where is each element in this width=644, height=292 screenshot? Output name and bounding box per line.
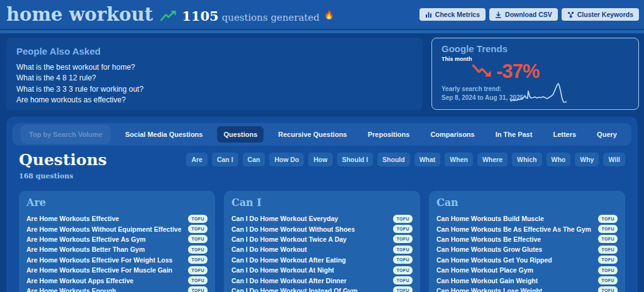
question-text: Can Home Workouts Lose Weight bbox=[436, 287, 542, 292]
list-item[interactable]: Can Home Workout Place GymTOFU bbox=[436, 265, 618, 275]
funnel-stage-badge: TOFU bbox=[393, 235, 413, 243]
download-icon bbox=[495, 11, 502, 18]
tab-questions[interactable]: Questions bbox=[217, 126, 264, 143]
funnel-stage-badge: TOFU bbox=[393, 215, 413, 223]
funnel-stage-badge: TOFU bbox=[598, 286, 618, 292]
list-item[interactable]: Can I Do Home Workout Twice A DayTOFU bbox=[231, 234, 413, 244]
list-item[interactable]: Are Home Workouts Without Equipment Effe… bbox=[26, 224, 208, 234]
question-text: Can I Do Home Workout At Night bbox=[231, 266, 334, 274]
filter-chip-can[interactable]: Can bbox=[243, 153, 265, 166]
list-item[interactable]: Are Home Workouts Effective For Weight L… bbox=[26, 255, 208, 265]
funnel-stage-badge: TOFU bbox=[188, 225, 208, 233]
question-text: Are Home Workouts Enough bbox=[26, 287, 116, 292]
check-metrics-button[interactable]: Check Metrics bbox=[419, 8, 486, 21]
list-item[interactable]: Can Home Workouts Get You RippedTOFU bbox=[436, 255, 618, 265]
filter-chip-should-i[interactable]: Should I bbox=[337, 153, 373, 166]
list-item[interactable]: Can I Do Home Workout After EatingTOFU bbox=[231, 255, 413, 265]
funnel-stage-badge: TOFU bbox=[393, 266, 413, 274]
list-item[interactable]: Can Home Workouts Build MuscleTOFU bbox=[436, 214, 618, 224]
funnel-stage-badge: TOFU bbox=[188, 215, 208, 223]
results-container: Top by Search VolumeSocial Media Questio… bbox=[6, 117, 638, 292]
list-item[interactable]: Can I Do Home Workout At NightTOFU bbox=[231, 265, 413, 275]
filter-chip-who[interactable]: Who bbox=[547, 153, 571, 166]
question-text: Can Home Workout Gain Weight bbox=[436, 277, 538, 284]
tab-comparisons[interactable]: Comparisons bbox=[424, 126, 480, 143]
question-text: Can Home Workouts Be Effective bbox=[436, 235, 541, 243]
tab-recursive-questions[interactable]: Recursive Questions bbox=[272, 126, 353, 143]
cluster-keywords-button[interactable]: Cluster Keywords bbox=[562, 8, 639, 21]
trend-change-value: -37% bbox=[496, 60, 539, 83]
tab-letters[interactable]: Letters bbox=[547, 126, 582, 143]
tab-in-the-past[interactable]: In The Past bbox=[489, 126, 539, 143]
filter-chip-which[interactable]: Which bbox=[512, 153, 542, 166]
filter-chip-what[interactable]: What bbox=[414, 153, 441, 166]
filter-chip-why[interactable]: Why bbox=[575, 153, 599, 166]
header: home workout 1105 questions generated 🔥 … bbox=[0, 0, 644, 30]
cluster-keywords-label: Cluster Keywords bbox=[577, 11, 633, 18]
list-item[interactable]: Can Home Workouts Be As Effective As The… bbox=[436, 224, 618, 234]
cluster-icon bbox=[567, 11, 574, 18]
question-text: Can Home Workouts Build Muscle bbox=[436, 215, 544, 222]
paa-question[interactable]: What is the best workout for home? bbox=[16, 62, 413, 73]
tab-query[interactable]: Query bbox=[591, 126, 623, 143]
list-item[interactable]: Can I Do Home Workout Instead Of GymTOFU bbox=[231, 286, 413, 292]
paa-question[interactable]: What is the 3 3 3 rule for working out? bbox=[16, 84, 413, 95]
trend-change: -37% bbox=[472, 60, 539, 83]
filter-chip-are[interactable]: Are bbox=[186, 153, 208, 166]
funnel-stage-badge: TOFU bbox=[188, 276, 208, 284]
check-metrics-label: Check Metrics bbox=[435, 11, 480, 18]
list-item[interactable]: Are Home Workouts Effective As GymTOFU bbox=[26, 234, 208, 244]
funnel-stage-badge: TOFU bbox=[598, 266, 618, 274]
list-item[interactable]: Can I Do Home WorkoutTOFU bbox=[231, 244, 413, 254]
question-column-can: CanCan Home Workouts Build MuscleTOFUCan… bbox=[429, 191, 625, 292]
list-item[interactable]: Are Home Workouts EnoughTOFU bbox=[26, 286, 208, 292]
brand: home workout 1105 questions generated 🔥 bbox=[6, 4, 334, 25]
funnel-stage-badge: TOFU bbox=[598, 246, 618, 254]
funnel-stage-badge: TOFU bbox=[393, 225, 413, 233]
filter-chip-will[interactable]: Will bbox=[603, 153, 625, 166]
paa-question[interactable]: Are home workouts as effective? bbox=[16, 95, 413, 105]
list-item[interactable]: Can I Do Home Workout EverydayTOFU bbox=[231, 214, 413, 224]
tab-top-by-search-volume[interactable]: Top by Search Volume bbox=[21, 125, 111, 144]
list-item[interactable]: Can I Do Home Workout After DinnerTOFU bbox=[231, 275, 413, 285]
tab-social-media-questions[interactable]: Social Media Questions bbox=[119, 126, 209, 143]
app: { "colors": { "page_bg": "#0c4187", "hea… bbox=[0, 0, 644, 292]
people-also-asked-title: People Also Asked bbox=[16, 46, 413, 57]
filter-chip-where[interactable]: Where bbox=[477, 153, 508, 166]
question-text: Can Home Workouts Be As Effective As The… bbox=[436, 225, 591, 233]
question-text: Are Home Workouts Effective As Gym bbox=[26, 235, 146, 243]
download-csv-button[interactable]: Download CSV bbox=[489, 8, 558, 21]
column-header: Can I bbox=[231, 197, 413, 208]
list-item[interactable]: Are Home Workouts EffectiveTOFU bbox=[26, 214, 208, 224]
list-item[interactable]: Are Home Workouts Effective For Muscle G… bbox=[26, 265, 208, 275]
filter-chip-when[interactable]: When bbox=[445, 153, 473, 166]
question-text: Can I Do Home Workout Without Shoes bbox=[231, 225, 355, 233]
google-trends-panel: Google Trends This month -37% Yearly sea… bbox=[431, 38, 639, 110]
paa-question[interactable]: What is the 4 8 12 rule? bbox=[16, 73, 413, 84]
funnel-stage-badge: TOFU bbox=[393, 276, 413, 284]
header-divider bbox=[0, 30, 644, 33]
question-column-can-i: Can ICan I Do Home Workout EverydayTOFUC… bbox=[224, 191, 420, 292]
filter-chip-can-i[interactable]: Can I bbox=[212, 153, 238, 166]
question-text: Can Home Workout Place Gym bbox=[436, 266, 533, 274]
filter-chip-how[interactable]: How bbox=[308, 153, 332, 166]
tab-prepositions[interactable]: Prepositions bbox=[362, 126, 416, 143]
funnel-stage-badge: TOFU bbox=[598, 215, 618, 223]
list-item[interactable]: Can Home Workouts Grow GlutesTOFU bbox=[436, 244, 618, 254]
google-trends-title: Google Trends bbox=[441, 43, 508, 54]
trend-sparkline bbox=[510, 81, 567, 105]
question-text: Are Home Workouts Effective For Muscle G… bbox=[26, 266, 172, 274]
list-item[interactable]: Can Home Workouts Lose WeightTOFU bbox=[436, 286, 618, 292]
question-text: Can Home Workouts Get You Ripped bbox=[436, 256, 552, 264]
column-header: Can bbox=[436, 197, 618, 208]
paa-list: What is the best workout for home?What i… bbox=[16, 62, 413, 105]
list-item[interactable]: Can Home Workouts Be EffectiveTOFU bbox=[436, 234, 618, 244]
question-text: Are Home Workouts Without Equipment Effe… bbox=[26, 225, 181, 233]
section-count: 168 questions bbox=[19, 172, 107, 180]
filter-chip-should[interactable]: Should bbox=[377, 153, 410, 166]
list-item[interactable]: Are Home Workouts Better Than GymTOFU bbox=[26, 244, 208, 254]
list-item[interactable]: Can I Do Home Workout Without ShoesTOFU bbox=[231, 224, 413, 234]
list-item[interactable]: Can Home Workout Gain WeightTOFU bbox=[436, 275, 618, 285]
list-item[interactable]: Are Home Workout Apps EffectiveTOFU bbox=[26, 275, 208, 285]
filter-chip-how-do[interactable]: How Do bbox=[269, 153, 304, 166]
